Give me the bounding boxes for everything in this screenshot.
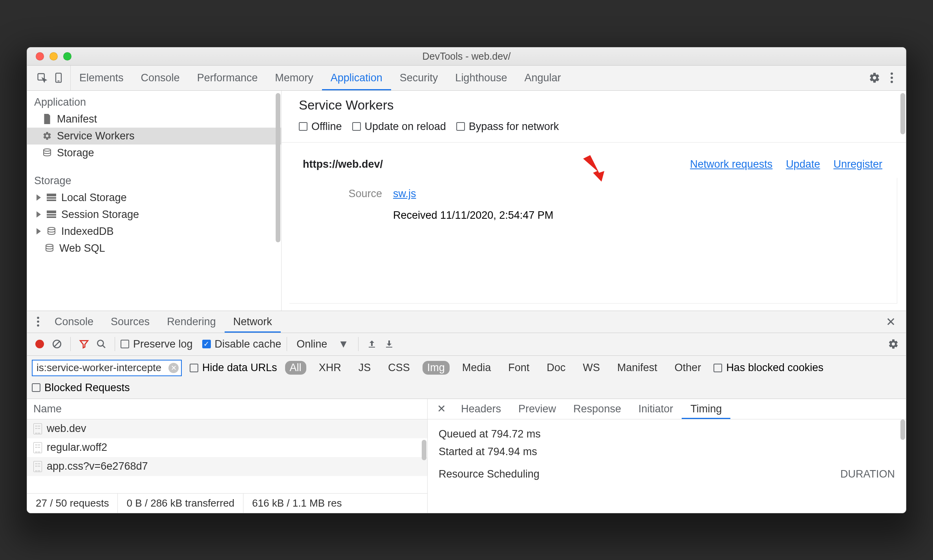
detail-tab-preview[interactable]: Preview xyxy=(510,399,565,419)
column-header-name[interactable]: Name xyxy=(27,399,427,419)
drawer-tab-console[interactable]: Console xyxy=(46,311,102,333)
sidebar-item-session-storage[interactable]: Session Storage xyxy=(27,206,281,223)
sidebar-item-manifest[interactable]: Manifest xyxy=(27,111,281,128)
filter-icon[interactable] xyxy=(76,336,92,352)
request-row[interactable]: web.dev xyxy=(27,419,427,438)
sidebar-item-storage[interactable]: Storage xyxy=(27,145,281,161)
filter-type-doc[interactable]: Doc xyxy=(542,361,570,375)
network-request-list: Name web.dev regular.woff2 app.css?v=6e2… xyxy=(27,399,428,513)
application-panel: Application Manifest Service Workers Sto… xyxy=(27,91,906,311)
sidebar-item-service-workers[interactable]: Service Workers xyxy=(27,128,281,145)
offline-checkbox[interactable]: Offline xyxy=(299,121,342,133)
device-toolbar-icon[interactable] xyxy=(52,71,65,84)
request-row[interactable]: app.css?v=6e2768d7 xyxy=(27,457,427,476)
status-requests: 27 / 50 requests xyxy=(27,494,118,513)
filter-input[interactable]: is:service-worker-intercepte ✕ xyxy=(32,360,182,376)
label: Bypass for network xyxy=(469,121,559,133)
svg-point-6 xyxy=(44,149,51,151)
label: Preserve log xyxy=(133,338,193,350)
database-icon xyxy=(44,243,55,253)
network-toolbar: Preserve log ✓Disable cache Online ▼ xyxy=(27,333,906,356)
network-settings-icon[interactable] xyxy=(885,336,901,352)
request-row[interactable]: regular.woff2 xyxy=(27,438,427,457)
table-icon xyxy=(46,194,57,201)
update-on-reload-checkbox[interactable]: Update on reload xyxy=(352,121,446,133)
filter-type-css[interactable]: CSS xyxy=(383,361,415,375)
settings-icon[interactable] xyxy=(868,71,881,84)
filter-type-js[interactable]: JS xyxy=(354,361,376,375)
filter-type-media[interactable]: Media xyxy=(457,361,496,375)
scrollbar[interactable] xyxy=(422,440,426,460)
filter-type-font[interactable]: Font xyxy=(503,361,534,375)
detail-tab-response[interactable]: Response xyxy=(565,399,630,419)
source-file-link[interactable]: sw.js xyxy=(393,188,416,199)
tab-security[interactable]: Security xyxy=(391,66,447,90)
sidebar-item-label: Storage xyxy=(57,147,94,159)
sidebar-item-local-storage[interactable]: Local Storage xyxy=(27,189,281,206)
service-workers-view: Service Workers Offline Update on reload… xyxy=(282,91,906,311)
label: Online xyxy=(296,338,327,350)
tab-memory[interactable]: Memory xyxy=(266,66,322,90)
tab-angular[interactable]: Angular xyxy=(516,66,569,90)
request-name: app.css?v=6e2768d7 xyxy=(47,460,148,472)
scrollbar[interactable] xyxy=(900,91,905,311)
network-body: Name web.dev regular.woff2 app.css?v=6e2… xyxy=(27,399,906,513)
unregister-link[interactable]: Unregister xyxy=(833,158,882,170)
drawer-tab-sources[interactable]: Sources xyxy=(102,311,158,333)
has-blocked-cookies-checkbox[interactable]: Has blocked cookies xyxy=(713,362,823,374)
status-resources: 616 kB / 1.1 MB res xyxy=(243,494,350,513)
scrollbar[interactable] xyxy=(900,419,905,440)
request-name: web.dev xyxy=(47,423,86,435)
disable-cache-checkbox[interactable]: ✓Disable cache xyxy=(202,338,282,350)
scrollbar[interactable] xyxy=(276,91,280,311)
file-icon xyxy=(33,461,42,472)
throttle-select[interactable]: Online ▼ xyxy=(293,338,353,350)
filter-type-xhr[interactable]: XHR xyxy=(314,361,346,375)
drawer-tab-network[interactable]: Network xyxy=(225,311,281,333)
upload-har-icon[interactable] xyxy=(364,336,380,352)
inspect-element-icon[interactable] xyxy=(36,71,48,84)
clear-button[interactable] xyxy=(49,336,65,352)
section-title: Service Workers xyxy=(282,98,906,113)
more-menu-icon[interactable] xyxy=(885,71,898,84)
bypass-for-network-checkbox[interactable]: Bypass for network xyxy=(456,121,559,133)
drawer: Console Sources Rendering Network ✕ Pres… xyxy=(27,311,906,513)
tab-application[interactable]: Application xyxy=(322,66,391,90)
drawer-tab-rendering[interactable]: Rendering xyxy=(158,311,225,333)
close-detail-icon[interactable]: ✕ xyxy=(431,403,452,415)
tab-console[interactable]: Console xyxy=(132,66,188,90)
detail-tab-headers[interactable]: Headers xyxy=(452,399,510,419)
received-text: Received 11/11/2020, 2:54:47 PM xyxy=(393,209,882,221)
expand-icon[interactable] xyxy=(37,211,41,218)
network-requests-link[interactable]: Network requests xyxy=(690,158,772,170)
expand-icon[interactable] xyxy=(37,228,41,234)
filter-type-manifest[interactable]: Manifest xyxy=(613,361,662,375)
preserve-log-checkbox[interactable]: Preserve log xyxy=(121,338,193,350)
sidebar-item-web-sql[interactable]: Web SQL xyxy=(27,240,281,257)
record-button[interactable] xyxy=(32,336,48,352)
blocked-requests-checkbox[interactable]: Blocked Requests xyxy=(32,382,130,394)
filter-type-all[interactable]: All xyxy=(285,361,306,375)
clear-filter-icon[interactable]: ✕ xyxy=(168,363,179,373)
search-icon[interactable] xyxy=(93,336,109,352)
request-name: regular.woff2 xyxy=(47,441,107,454)
tab-performance[interactable]: Performance xyxy=(188,66,267,90)
tab-lighthouse[interactable]: Lighthouse xyxy=(446,66,516,90)
timing-queued: Queued at 794.72 ms xyxy=(439,428,895,440)
drawer-close-icon[interactable]: ✕ xyxy=(879,315,903,329)
svg-rect-7 xyxy=(47,194,56,196)
gear-icon xyxy=(42,131,52,141)
filter-type-img[interactable]: Img xyxy=(423,361,450,375)
expand-icon[interactable] xyxy=(37,194,41,201)
filter-type-other[interactable]: Other xyxy=(670,361,706,375)
download-har-icon[interactable] xyxy=(381,336,397,352)
filter-type-ws[interactable]: WS xyxy=(578,361,605,375)
hide-data-urls-checkbox[interactable]: Hide data URLs xyxy=(190,362,277,374)
update-link[interactable]: Update xyxy=(786,158,820,170)
sidebar-item-indexeddb[interactable]: IndexedDB xyxy=(27,223,281,240)
detail-tab-initiator[interactable]: Initiator xyxy=(630,399,682,419)
svg-point-3 xyxy=(891,73,893,75)
drawer-menu-icon[interactable] xyxy=(30,316,46,327)
detail-tab-timing[interactable]: Timing xyxy=(682,399,730,419)
tab-elements[interactable]: Elements xyxy=(71,66,132,90)
